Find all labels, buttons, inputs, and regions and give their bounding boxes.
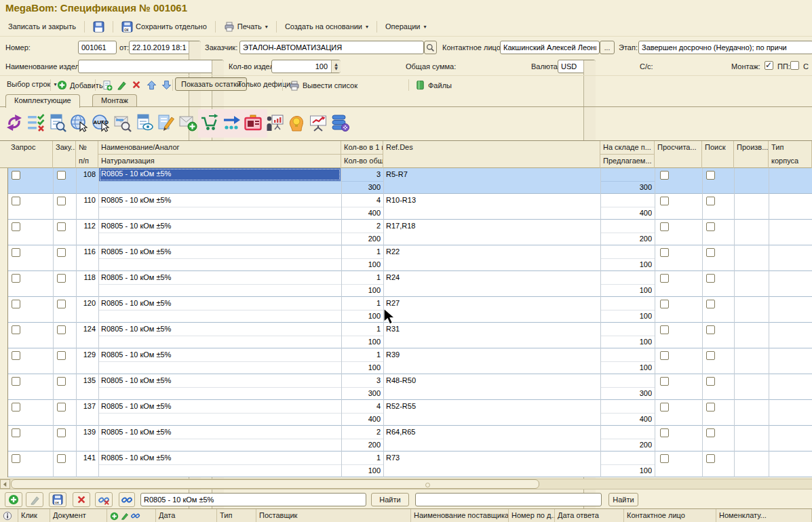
row-checkbox[interactable] xyxy=(706,403,715,411)
pencil-icon[interactable] xyxy=(121,512,129,520)
customer-search-button[interactable] xyxy=(424,41,437,54)
table-row[interactable]: 118R0805 - 10 кОм ±5%1100R24100 xyxy=(8,271,812,297)
column-header[interactable]: Просчита... xyxy=(655,141,702,168)
row-checkbox[interactable] xyxy=(57,222,66,231)
column-header[interactable]: №п/п xyxy=(76,141,98,168)
footer-save-button[interactable]: ок xyxy=(49,492,66,507)
bottom-column-header[interactable]: Дата ответа xyxy=(555,509,624,522)
table-row[interactable]: 139R0805 - 10 кОм ±5%2200R64,R65200 xyxy=(8,426,812,451)
footer-edit-button[interactable] xyxy=(26,492,43,507)
row-checkbox[interactable] xyxy=(706,171,715,180)
row-checkbox[interactable] xyxy=(706,197,715,205)
qty-stepper[interactable]: ▲▼ xyxy=(331,60,341,73)
row-checkbox[interactable] xyxy=(57,248,66,257)
table-row[interactable]: 120R0805 - 10 кОм ±5%1100R27100 xyxy=(8,297,812,323)
doc-view-icon[interactable] xyxy=(134,111,155,134)
row-checkbox[interactable] xyxy=(706,248,715,257)
row-checkbox[interactable] xyxy=(12,171,20,180)
product-field[interactable] xyxy=(78,60,224,73)
column-header[interactable]: Поиск xyxy=(702,141,734,168)
row-checkbox[interactable] xyxy=(57,454,66,463)
pp-checkbox[interactable] xyxy=(790,61,799,70)
bottom-column-header[interactable]: Клик xyxy=(18,509,50,522)
print-button[interactable]: Печать▾ xyxy=(220,19,272,34)
qty-field[interactable] xyxy=(271,60,341,73)
row-checkbox[interactable] xyxy=(660,274,669,283)
row-checkbox[interactable] xyxy=(12,222,20,231)
row-checkbox[interactable] xyxy=(12,300,20,308)
table-row[interactable]: 135R0805 - 10 кОм ±5%3300R48-R50300 xyxy=(8,374,812,400)
stage-field[interactable] xyxy=(638,41,812,54)
table-row[interactable]: 137R0805 - 10 кОм ±5%4400R52-R55400 xyxy=(8,400,812,426)
chart-board-icon[interactable] xyxy=(308,111,328,134)
files-button[interactable]: Файлы xyxy=(411,78,456,92)
bottom-column-header[interactable]: Тип xyxy=(217,509,256,522)
footer-link-button[interactable] xyxy=(119,492,135,507)
price-card-icon[interactable] xyxy=(243,111,263,134)
row-checkbox[interactable] xyxy=(660,300,669,308)
sync-icon[interactable] xyxy=(4,111,24,134)
row-checkbox[interactable] xyxy=(660,454,669,463)
row-checkbox[interactable] xyxy=(706,274,715,283)
row-checkbox[interactable] xyxy=(57,403,66,411)
row-checkbox[interactable] xyxy=(660,428,669,437)
row-checkbox[interactable] xyxy=(57,274,66,283)
row-checkbox[interactable] xyxy=(660,377,669,386)
print-list-button[interactable]: Вывести список xyxy=(285,78,362,93)
column-header[interactable]: Наименование/АналогНатурализация xyxy=(98,141,341,168)
column-header[interactable]: Типкорпуса xyxy=(769,141,812,168)
bottom-column-header[interactable]: Поставщик xyxy=(256,509,411,522)
operations-button[interactable]: Операции▾ xyxy=(381,20,430,33)
search-input[interactable] xyxy=(140,493,366,506)
presentation-icon[interactable] xyxy=(265,111,285,134)
table-row[interactable]: 110R0805 - 10 кОм ±5%4400R10-R13400 xyxy=(8,194,812,220)
row-checkbox[interactable] xyxy=(706,222,715,231)
globe-auto-icon[interactable]: AUTO xyxy=(91,111,111,134)
row-checkbox[interactable] xyxy=(660,222,669,231)
row-checkbox[interactable] xyxy=(660,325,669,334)
row-checkbox[interactable] xyxy=(12,403,20,411)
row-checkbox[interactable] xyxy=(57,171,66,180)
component-name-selected[interactable]: R0805 - 10 кОм ±5% xyxy=(99,168,341,181)
cart-icon[interactable] xyxy=(199,111,220,134)
column-header[interactable]: Ref.Des xyxy=(383,141,600,168)
add-icon[interactable] xyxy=(110,512,119,521)
bottom-column-header[interactable]: Контактное лицо xyxy=(624,509,716,522)
info-icon[interactable] xyxy=(0,509,18,522)
footer-delete-button[interactable] xyxy=(73,492,90,507)
bottom-column-header[interactable]: Дата xyxy=(156,509,217,522)
save-close-button[interactable]: Записать и закрыть xyxy=(4,20,80,33)
row-checkbox[interactable] xyxy=(660,171,669,180)
contact-select-button[interactable]: ... xyxy=(600,41,615,54)
database-icon[interactable] xyxy=(330,111,350,134)
footer-add-button[interactable] xyxy=(5,492,22,507)
row-checkbox[interactable] xyxy=(660,197,669,205)
row-checkbox[interactable] xyxy=(57,351,66,360)
globe-click-icon[interactable] xyxy=(69,111,90,134)
row-checkbox[interactable] xyxy=(660,403,669,411)
search-input-2[interactable] xyxy=(415,493,602,506)
montage-checkbox[interactable] xyxy=(765,61,773,70)
checklist-icon[interactable] xyxy=(26,111,46,134)
bottom-header-actions[interactable] xyxy=(107,509,156,522)
idea-icon[interactable] xyxy=(286,111,307,134)
bottom-column-header[interactable]: Документ xyxy=(50,509,107,522)
table-row[interactable]: 129R0805 - 10 кОм ±5%1100R39100 xyxy=(8,348,812,374)
column-header[interactable]: На складе п...Предлагаем... xyxy=(600,141,655,168)
select-rows-button[interactable]: Выбор строк▾ xyxy=(3,78,60,90)
bottom-column-header[interactable]: Наименование поставщика xyxy=(411,509,509,522)
row-checkbox[interactable] xyxy=(12,325,20,334)
contact-field[interactable] xyxy=(500,41,600,54)
transfer-icon[interactable] xyxy=(221,111,241,134)
table-row[interactable]: 124R0805 - 10 кОм ±5%1100R31100 xyxy=(8,323,812,348)
doc-search-icon[interactable] xyxy=(47,111,68,134)
table-row[interactable]: 108R0805 - 10 кОм ±5%3300R5-R7300 xyxy=(8,168,812,194)
row-checkbox[interactable] xyxy=(706,454,715,463)
save-button[interactable] xyxy=(89,19,109,35)
save-separate-button[interactable]: ок Сохранить отдельно xyxy=(117,19,211,35)
column-header[interactable]: Заку... xyxy=(53,141,76,168)
row-checkbox[interactable] xyxy=(12,454,20,463)
row-checkbox[interactable] xyxy=(57,428,66,437)
bottom-column-header[interactable]: Номер по д... xyxy=(509,509,555,522)
scrollbar-thumb[interactable] xyxy=(11,479,539,489)
